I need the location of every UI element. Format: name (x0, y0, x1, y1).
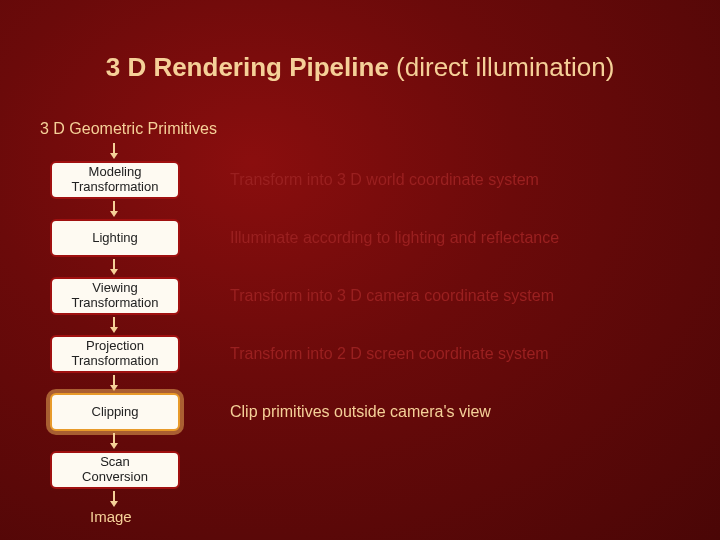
stage-label: ModelingTransformation (72, 165, 159, 195)
arrow-1 (113, 201, 115, 213)
input-label: 3 D Geometric Primitives (40, 120, 217, 138)
title-sub: (direct illumination) (396, 52, 614, 82)
arrow-5 (113, 433, 115, 445)
title-main: 3 D Rendering Pipeline (106, 52, 396, 82)
stage-label: Clipping (92, 405, 139, 420)
stage-label: ProjectionTransformation (72, 339, 159, 369)
stage-projection: ProjectionTransformation (50, 335, 180, 373)
slide-title: 3 D Rendering Pipeline (direct illuminat… (0, 52, 720, 83)
arrow-3 (113, 317, 115, 329)
arrow-4 (113, 375, 115, 387)
stage-desc-viewing: Transform into 3 D camera coordinate sys… (230, 277, 554, 315)
stage-desc-modeling: Transform into 3 D world coordinate syst… (230, 161, 539, 199)
stage-label: Lighting (92, 231, 138, 246)
stage-desc-lighting: Illuminate according to lighting and ref… (230, 219, 559, 257)
stage-label: ScanConversion (82, 455, 148, 485)
arrow-2 (113, 259, 115, 271)
stage-scan: ScanConversion (50, 451, 180, 489)
stage-clipping: Clipping (50, 393, 180, 431)
arrow-0 (113, 143, 115, 155)
stage-desc-projection: Transform into 2 D screen coordinate sys… (230, 335, 549, 373)
stage-viewing: ViewingTransformation (50, 277, 180, 315)
stage-lighting: Lighting (50, 219, 180, 257)
arrow-6 (113, 491, 115, 503)
output-label: Image (90, 508, 132, 525)
stage-desc-clipping: Clip primitives outside camera's view (230, 393, 491, 431)
stage-modeling: ModelingTransformation (50, 161, 180, 199)
stage-label: ViewingTransformation (72, 281, 159, 311)
